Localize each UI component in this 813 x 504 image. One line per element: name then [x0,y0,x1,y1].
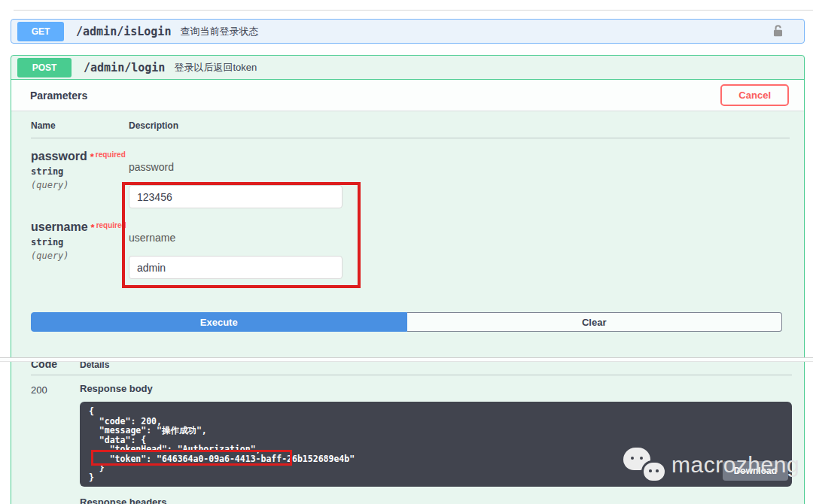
required-star: * [91,222,95,233]
response-body-label: Response body [80,383,792,394]
endpoint-post-login[interactable]: POST /admin/login 登录以后返回token [11,56,804,80]
password-input[interactable] [129,185,343,208]
param-row-username: username*required string (query) usernam… [31,208,790,279]
watermark-text: macrozheng [671,452,799,478]
param-type: string [31,237,129,247]
cancel-button[interactable]: Cancel [720,84,789,106]
username-input[interactable] [129,256,343,279]
clear-button[interactable]: Clear [407,312,783,332]
top-divider [14,10,813,11]
post-method-badge: POST [17,58,72,77]
parameters-table-header: Name Description [31,120,790,138]
wechat-icon [622,446,667,484]
execute-row: Execute Clear [31,312,782,332]
post-endpoint-path: /admin/login [84,61,165,74]
param-location: (query) [31,250,129,261]
param-description: username [129,232,790,244]
get-endpoint-path: /admin/isLogin [76,25,171,38]
param-name: username*required [31,220,129,234]
parameters-title: Parameters [30,90,87,102]
param-row-password: password*required string (query) passwor… [31,138,790,208]
get-endpoint-summary: 查询当前登录状态 [180,25,258,38]
status-code: 200 [31,383,80,504]
parameters-table: Name Description password*required strin… [31,120,790,279]
description-column-header: Description [129,120,790,131]
endpoint-post-login-block: POST /admin/login 登录以后返回token Parameters… [11,55,805,504]
required-label: required [96,150,126,159]
response-headers-label: Response headers [80,496,792,504]
code-line: { [89,407,784,417]
param-description: password [129,161,790,173]
param-name: password*required [31,150,129,163]
get-method-badge: GET [17,22,64,41]
name-column-header: Name [31,120,129,131]
endpoint-get-islogin[interactable]: GET /admin/isLogin 查询当前登录状态 [11,19,805,44]
response-row-200: 200 Response body { "code": 200, "messag… [31,383,792,504]
code-line: "message": "操作成功", [89,426,784,436]
screenshot-seam [0,357,813,362]
execute-button[interactable]: Execute [31,312,407,332]
watermark: macrozheng [622,446,799,484]
swagger-page: GET /admin/isLogin 查询当前登录状态 POST /admin/… [0,0,813,504]
param-type: string [31,166,129,177]
required-label: required [96,221,126,229]
parameters-section-header: Parameters Cancel [11,80,804,111]
unlock-icon[interactable] [772,24,784,38]
post-endpoint-summary: 登录以后返回token [174,61,257,74]
required-star: * [90,151,94,162]
param-location: (query) [31,180,129,190]
